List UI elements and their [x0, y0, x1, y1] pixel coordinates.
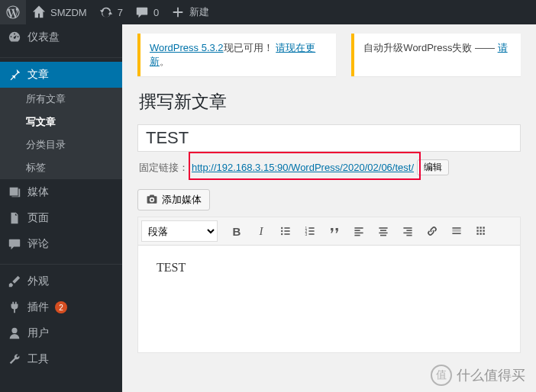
svg-rect-1: [284, 227, 289, 229]
svg-text:3: 3: [305, 233, 308, 236]
svg-rect-22: [403, 233, 412, 234]
add-media-button[interactable]: 添加媒体: [137, 189, 210, 210]
post-title-input[interactable]: [137, 124, 521, 152]
new-content[interactable]: 新建: [165, 0, 215, 24]
svg-rect-11: [308, 233, 314, 235]
comments-link[interactable]: 0: [129, 0, 165, 24]
svg-rect-27: [452, 233, 460, 234]
comments-count: 0: [153, 7, 159, 18]
svg-rect-28: [476, 227, 478, 228]
align-right-button[interactable]: [396, 220, 419, 242]
content-area: WordPress 5.3.2现已可用！ 请现在更新。 自动升级WordPres…: [122, 24, 536, 392]
menu-label: 文章: [27, 68, 49, 82]
svg-rect-14: [354, 233, 363, 234]
menu-pages[interactable]: 页面: [0, 205, 122, 231]
comments-icon: [8, 237, 21, 251]
italic-button[interactable]: I: [250, 220, 273, 242]
svg-rect-9: [308, 230, 314, 232]
update-notice: WordPress 5.3.2现已可用！ 请现在更新。: [137, 34, 336, 76]
edit-permalink-button[interactable]: 编辑: [417, 159, 449, 175]
link-button[interactable]: [421, 220, 444, 242]
align-center-button[interactable]: [372, 220, 395, 242]
menu-tools[interactable]: 工具: [0, 346, 122, 372]
menu-label: 工具: [27, 352, 49, 366]
refresh-icon: [99, 5, 113, 19]
submenu-all-posts[interactable]: 所有文章: [0, 88, 122, 111]
svg-rect-15: [354, 235, 360, 236]
admin-sidebar: 仪表盘 文章 所有文章 写文章 分类目录 标签 媒体 页面 评论 外观: [0, 24, 122, 392]
svg-rect-5: [284, 233, 289, 235]
notice-text: 。: [160, 56, 170, 67]
media-icon: [8, 185, 21, 199]
watermark: 值 什么值得买: [431, 365, 525, 386]
notice-text: 现已可用！: [224, 42, 273, 53]
svg-rect-23: [406, 235, 412, 236]
svg-rect-31: [476, 230, 478, 231]
svg-point-4: [281, 233, 283, 235]
menu-label: 外观: [27, 275, 49, 288]
menu-media[interactable]: 媒体: [0, 179, 122, 205]
svg-rect-30: [483, 227, 484, 228]
admin-bar: SMZDM 7 0 新建: [0, 0, 536, 24]
format-select[interactable]: 段落: [141, 220, 218, 242]
submenu-new-post[interactable]: 写文章: [0, 111, 122, 133]
svg-rect-29: [479, 227, 481, 228]
menu-dashboard[interactable]: 仪表盘: [0, 24, 122, 50]
upgrade-retry-link[interactable]: 请: [498, 42, 508, 53]
upgrade-fail-notice: 自动升级WordPress失败 —— 请: [351, 34, 521, 76]
svg-rect-32: [479, 230, 481, 231]
wp-version-link[interactable]: WordPress 5.3.2: [150, 42, 224, 53]
site-name: SMZDM: [50, 7, 87, 18]
comment-icon: [135, 5, 149, 19]
editor-body[interactable]: TEST: [138, 246, 520, 352]
wordpress-icon: [6, 5, 20, 19]
plugins-badge: 2: [55, 301, 67, 313]
menu-users[interactable]: 用户: [0, 320, 122, 346]
updates-link[interactable]: 7: [93, 0, 129, 24]
camera-icon: [146, 194, 158, 206]
posts-submenu: 所有文章 写文章 分类目录 标签: [0, 88, 122, 179]
svg-rect-26: [452, 231, 460, 232]
updates-count: 7: [118, 7, 123, 18]
toolbar-toggle-button[interactable]: [470, 220, 492, 242]
submenu-tags[interactable]: 标签: [0, 156, 122, 179]
submenu-categories[interactable]: 分类目录: [0, 133, 122, 156]
separator: [0, 261, 122, 265]
svg-rect-3: [284, 230, 289, 232]
numbered-list-button[interactable]: 123: [299, 220, 321, 242]
permalink-row: 固定链接： http://192.168.3.15:90/WordPress/2…: [137, 156, 521, 189]
menu-comments[interactable]: 评论: [0, 231, 122, 257]
page-title: 撰写新文章: [139, 90, 521, 114]
watermark-text: 什么值得买: [457, 366, 525, 384]
svg-rect-16: [379, 227, 387, 229]
menu-label: 媒体: [27, 185, 49, 199]
svg-rect-7: [308, 227, 314, 229]
svg-point-2: [281, 230, 283, 232]
more-button[interactable]: [445, 220, 468, 242]
permalink-label: 固定链接：: [139, 161, 189, 175]
menu-label: 评论: [27, 237, 49, 251]
pin-icon: [8, 68, 21, 82]
menu-appearance[interactable]: 外观: [0, 268, 122, 294]
home-icon: [32, 5, 46, 19]
user-icon: [8, 326, 21, 340]
menu-plugins[interactable]: 插件 2: [0, 294, 122, 320]
blockquote-button[interactable]: [323, 220, 346, 242]
svg-rect-33: [483, 230, 484, 231]
svg-rect-18: [379, 233, 387, 234]
editor: 段落 B I 123 TEST: [137, 217, 521, 353]
menu-label: 页面: [27, 211, 49, 225]
svg-point-0: [281, 227, 283, 229]
permalink-url[interactable]: http://192.168.3.15:90/WordPress/2020/02…: [192, 162, 414, 173]
menu-posts[interactable]: 文章: [0, 62, 122, 88]
bullet-list-button[interactable]: [274, 220, 297, 242]
notice-text: 自动升级WordPress失败 ——: [363, 42, 497, 53]
bold-button[interactable]: B: [225, 220, 248, 242]
wp-logo[interactable]: [0, 0, 26, 24]
svg-rect-17: [380, 230, 386, 231]
align-left-button[interactable]: [347, 220, 370, 242]
menu-label: 用户: [27, 326, 49, 340]
brush-icon: [8, 275, 21, 288]
new-label: 新建: [189, 5, 209, 19]
site-home[interactable]: SMZDM: [26, 0, 93, 24]
